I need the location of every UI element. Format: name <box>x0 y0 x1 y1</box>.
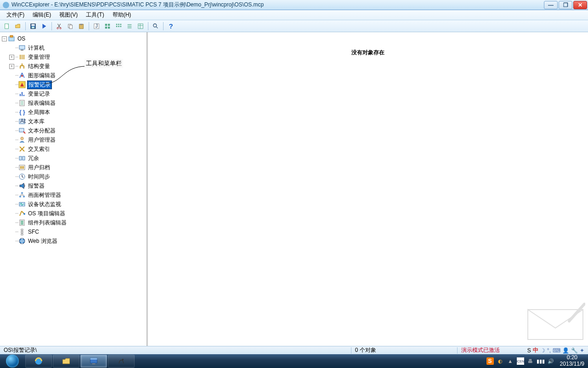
svg-rect-18 <box>120 23 122 25</box>
ime-keyboard-icon[interactable]: ⌨ <box>553 347 560 354</box>
taskbar-app[interactable] <box>108 355 135 368</box>
status-path: OS\报警记录\ <box>0 346 40 354</box>
help-button[interactable]: ? <box>166 22 176 31</box>
svg-rect-14 <box>105 26 107 28</box>
tree-item-struct[interactable]: +┈结构变量 <box>1 62 146 71</box>
close-button[interactable]: ✕ <box>573 1 587 9</box>
tray-printer-icon[interactable]: 🖶 <box>527 357 534 365</box>
open-button[interactable] <box>13 22 23 31</box>
tagmgmt-icon <box>18 53 26 61</box>
tray-clock[interactable]: 0:20 2013/11/9 <box>560 355 584 368</box>
toolbar-separator <box>51 22 52 30</box>
paste-button[interactable] <box>76 22 86 31</box>
save-button[interactable] <box>28 22 38 31</box>
language-bar[interactable]: S 中 ☽ °, ⌨ 👤 🔧 ✦ <box>525 345 587 355</box>
menu-help[interactable]: 帮助(H) <box>109 10 135 20</box>
sogou-ime-icon[interactable]: S <box>527 347 531 354</box>
svg-rect-68 <box>21 231 23 233</box>
tray-volume-icon[interactable]: 🔊 <box>547 357 554 365</box>
status-demo: 演示模式已激活 <box>458 346 522 354</box>
tree-item-userarch[interactable]: ┈用户归档 <box>1 163 146 172</box>
svg-rect-75 <box>90 358 97 359</box>
tree-item-label: 变量记录 <box>27 90 51 98</box>
copy-button[interactable] <box>65 22 75 31</box>
tree-item-label: 冗余 <box>27 155 40 162</box>
tree-item-label: 时间同步 <box>27 173 51 181</box>
ime-tool-icon[interactable]: 🔧 <box>571 347 578 354</box>
ime-user-icon[interactable]: 👤 <box>562 347 569 354</box>
tray-license-icon[interactable]: ICEN <box>517 357 524 365</box>
ime-punct-icon[interactable]: °, <box>547 347 551 354</box>
tree-root[interactable]: − OS <box>1 34 146 43</box>
details-button[interactable] <box>136 22 146 31</box>
taskbar-ie[interactable] <box>25 355 52 368</box>
tree-item-timesync[interactable]: ┈时间同步 <box>1 172 146 181</box>
toolbar-separator <box>163 22 164 30</box>
tree-item-osproj[interactable]: ┈OS 项目编辑器 <box>1 209 146 218</box>
tree-item-alarm[interactable]: ┈报警记录 <box>1 80 146 89</box>
tree-item-web[interactable]: ┈Web 浏览器 <box>1 236 146 246</box>
svg-rect-33 <box>21 50 23 51</box>
tree-item-lifebeat[interactable]: ┈设备状态监视 <box>1 200 146 209</box>
properties-button[interactable]: J <box>91 22 102 31</box>
report-icon <box>18 99 26 107</box>
svg-rect-13 <box>108 23 110 25</box>
svg-rect-65 <box>21 222 23 223</box>
svg-rect-59 <box>19 196 21 197</box>
tree-item-pictree[interactable]: ┈画面树管理器 <box>1 190 146 200</box>
svg-rect-58 <box>21 192 23 194</box>
tree-item-script[interactable]: ┈{ }全局脚本 <box>1 108 146 117</box>
expand-icon[interactable]: + <box>9 64 14 69</box>
tree-item-label: 计算机 <box>27 44 45 52</box>
tray-shield-icon[interactable]: ▲ <box>507 357 514 365</box>
ime-moon-icon[interactable]: ☽ <box>540 347 545 354</box>
taskbar: S ◐ ▲ ICEN 🖶 ▮▮▮ 🔊 0:20 2013/11/9 <box>0 354 588 368</box>
tree-item-label: SFC <box>27 229 40 235</box>
list-button[interactable] <box>124 22 135 31</box>
expand-icon[interactable]: + <box>9 55 14 60</box>
tree-item-tagmgmt[interactable]: +┈变量管理 <box>1 52 146 62</box>
tree-item-computer[interactable]: ┈计算机 <box>1 43 146 52</box>
tree-item-sfc[interactable]: ┈SFC <box>1 227 146 236</box>
tree-item-taglog[interactable]: ┈变量记录 <box>1 89 146 98</box>
tree-item-xref[interactable]: ┈交叉索引 <box>1 144 146 154</box>
ime-cn-icon[interactable]: 中 <box>533 346 538 354</box>
maximize-button[interactable]: ❐ <box>559 1 572 9</box>
tree-item-label: 变量管理 <box>27 53 51 61</box>
large-icons-button[interactable] <box>102 22 113 31</box>
tree-item-complist[interactable]: ┈组件列表编辑器 <box>1 218 146 227</box>
menu-tools[interactable]: 工具(T) <box>82 10 107 20</box>
tree-item-label: 文本分配器 <box>27 127 57 135</box>
tree-item-useradm[interactable]: ┈用户管理器 <box>1 135 146 144</box>
collapse-icon[interactable]: − <box>2 36 7 41</box>
tree-item-textlib[interactable]: ┈Ab文本库 <box>1 117 146 126</box>
tree-item-horn[interactable]: ┈报警器 <box>1 181 146 190</box>
tree-item-redund[interactable]: ┈冗余 <box>1 154 146 163</box>
timesync-icon <box>18 173 26 180</box>
tree-item-report[interactable]: ┈报表编辑器 <box>1 98 146 108</box>
small-icons-button[interactable] <box>113 22 124 31</box>
minimize-button[interactable]: — <box>544 1 558 9</box>
find-button[interactable] <box>151 22 161 31</box>
menu-file[interactable]: 文件(F) <box>3 10 28 20</box>
taskbar-wincc[interactable] <box>80 355 107 368</box>
menu-view[interactable]: 视图(V) <box>56 10 81 20</box>
tray-network-icon[interactable]: ▮▮▮ <box>537 357 544 365</box>
start-button[interactable] <box>0 354 25 368</box>
window-title: WinCCExplorer - E:\hry\SIEMENS\PDF\PCS\S… <box>11 1 544 9</box>
tree-item-label: 报警记录 <box>27 80 52 89</box>
run-button[interactable] <box>39 22 49 31</box>
tree-item-graphics[interactable]: ┈图形编辑器 <box>1 71 146 80</box>
tree-item-label: OS 项目编辑器 <box>27 210 66 218</box>
cut-button[interactable] <box>54 22 64 31</box>
tree-item-textdist[interactable]: ┈文本分配器 <box>1 126 146 135</box>
ime-settings-icon[interactable]: ✦ <box>580 347 584 354</box>
tray-updates-icon[interactable]: ◐ <box>497 357 504 365</box>
content-pane: 没有对象存在 <box>147 32 588 346</box>
tray-sogou-icon[interactable]: S <box>486 357 494 365</box>
annotation-label: 工具和菜单栏 <box>85 59 123 68</box>
tree-pane[interactable]: − OS ┈计算机+┈变量管理+┈结构变量┈图形编辑器┈报警记录┈变量记录┈报表… <box>0 32 147 346</box>
menu-edit[interactable]: 编辑(E) <box>29 10 55 20</box>
new-button[interactable] <box>2 22 12 31</box>
taskbar-explorer[interactable] <box>53 355 79 368</box>
